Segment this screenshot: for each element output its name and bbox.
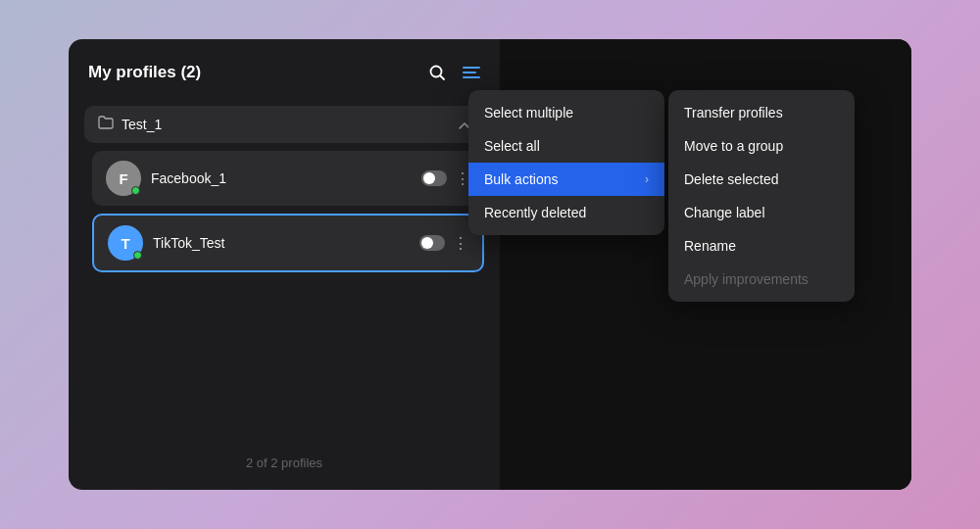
profile-name-tiktok: TikTok_Test <box>153 235 224 251</box>
profile-item-left-tiktok: T TikTok_Test <box>108 225 224 261</box>
header-row: My profiles (2) <box>84 59 484 86</box>
avatar-letter-tiktok: T <box>121 235 129 252</box>
profile-controls: ⋮ <box>421 169 470 188</box>
folder-icon <box>98 116 114 133</box>
menu-item-select-multiple[interactable]: Select multiple <box>468 96 664 129</box>
menu-item-bulk-actions[interactable]: Bulk actions › <box>468 163 664 196</box>
profile-item-tiktok[interactable]: T TikTok_Test ⋮ <box>92 214 484 272</box>
profile-item-left: F Facebook_1 <box>106 161 226 196</box>
profile-name-facebook: Facebook_1 <box>151 170 226 186</box>
page-title: My profiles (2) <box>88 63 201 82</box>
menu-button[interactable] <box>463 67 480 78</box>
group-header-left: Test_1 <box>98 116 162 133</box>
online-dot <box>131 186 140 195</box>
group-name: Test_1 <box>122 117 162 132</box>
menu-item-recently-deleted[interactable]: Recently deleted <box>468 196 664 229</box>
profile-controls-tiktok: ⋮ <box>419 234 468 253</box>
svg-line-1 <box>441 76 445 80</box>
profile-item-facebook[interactable]: F Facebook_1 ⋮ <box>92 151 484 206</box>
avatar-tiktok: T <box>108 225 143 261</box>
primary-dropdown-menu: Select multiple Select all Bulk actions … <box>468 90 664 235</box>
menu-item-select-all[interactable]: Select all <box>468 129 664 163</box>
menu-item-rename[interactable]: Rename <box>668 229 855 263</box>
menu-item-move-to-group[interactable]: Move to a group <box>668 129 855 163</box>
avatar-facebook: F <box>106 161 141 196</box>
search-button[interactable] <box>423 59 451 86</box>
chevron-right-icon: › <box>645 172 649 186</box>
menu-item-transfer-profiles[interactable]: Transfer profiles <box>668 96 855 129</box>
secondary-dropdown-menu: Transfer profiles Move to a group Delete… <box>668 90 855 302</box>
avatar-letter: F <box>119 170 127 187</box>
menu-item-delete-selected[interactable]: Delete selected <box>668 163 855 196</box>
group-header[interactable]: Test_1 <box>84 106 484 143</box>
menu-item-apply-improvements: Apply improvements <box>668 263 855 296</box>
profile-toggle-tiktok[interactable] <box>419 235 445 251</box>
svg-point-0 <box>431 67 442 77</box>
left-panel: My profiles (2) <box>69 39 500 490</box>
menu-item-change-label[interactable]: Change label <box>668 196 855 229</box>
footer-text: 2 of 2 profiles <box>84 446 484 470</box>
header-icons <box>423 59 480 86</box>
profile-toggle-facebook[interactable] <box>421 170 447 186</box>
profile-menu-tiktok[interactable]: ⋮ <box>453 234 468 253</box>
online-dot-tiktok <box>133 251 142 260</box>
